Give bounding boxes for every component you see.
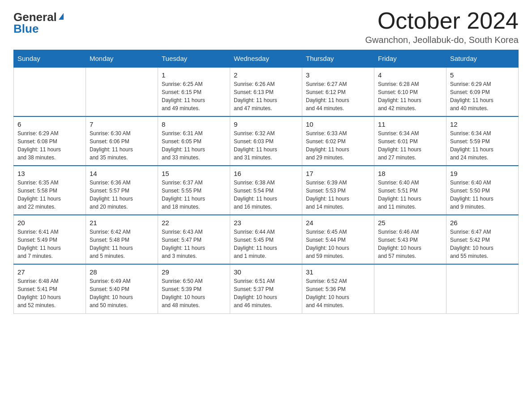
calendar-cell	[14, 67, 86, 116]
calendar-cell: 19Sunrise: 6:40 AM Sunset: 5:50 PM Dayli…	[446, 166, 519, 215]
day-number: 26	[450, 219, 515, 227]
calendar-cell: 16Sunrise: 6:38 AM Sunset: 5:54 PM Dayli…	[230, 166, 302, 215]
day-info: Sunrise: 6:42 AM Sunset: 5:48 PM Dayligh…	[90, 228, 154, 260]
calendar-cell: 3Sunrise: 6:27 AM Sunset: 6:12 PM Daylig…	[302, 67, 374, 116]
day-info: Sunrise: 6:36 AM Sunset: 5:57 PM Dayligh…	[90, 179, 154, 211]
calendar-cell: 4Sunrise: 6:28 AM Sunset: 6:10 PM Daylig…	[374, 67, 446, 116]
calendar-cell: 8Sunrise: 6:31 AM Sunset: 6:05 PM Daylig…	[158, 116, 230, 166]
day-info: Sunrise: 6:49 AM Sunset: 5:40 PM Dayligh…	[90, 277, 154, 309]
day-number: 4	[378, 71, 442, 79]
day-number: 12	[450, 120, 515, 128]
day-info: Sunrise: 6:43 AM Sunset: 5:47 PM Dayligh…	[162, 228, 226, 260]
column-header-saturday: Saturday	[446, 50, 519, 68]
calendar-cell: 14Sunrise: 6:36 AM Sunset: 5:57 PM Dayli…	[86, 166, 158, 215]
day-info: Sunrise: 6:26 AM Sunset: 6:13 PM Dayligh…	[234, 80, 298, 112]
calendar-cell: 27Sunrise: 6:48 AM Sunset: 5:41 PM Dayli…	[14, 264, 86, 313]
calendar-cell: 28Sunrise: 6:49 AM Sunset: 5:40 PM Dayli…	[86, 264, 158, 313]
day-number: 25	[378, 219, 442, 227]
logo-triangle-icon	[59, 13, 64, 20]
column-header-wednesday: Wednesday	[230, 50, 302, 68]
calendar-cell: 24Sunrise: 6:45 AM Sunset: 5:44 PM Dayli…	[302, 215, 374, 264]
day-info: Sunrise: 6:33 AM Sunset: 6:02 PM Dayligh…	[306, 129, 370, 162]
calendar-week-row: 27Sunrise: 6:48 AM Sunset: 5:41 PM Dayli…	[14, 264, 519, 313]
calendar-cell: 15Sunrise: 6:37 AM Sunset: 5:55 PM Dayli…	[158, 166, 230, 215]
day-info: Sunrise: 6:32 AM Sunset: 6:03 PM Dayligh…	[234, 129, 298, 162]
day-number: 31	[306, 268, 370, 276]
calendar-header-row: SundayMondayTuesdayWednesdayThursdayFrid…	[14, 50, 519, 68]
day-info: Sunrise: 6:27 AM Sunset: 6:12 PM Dayligh…	[306, 80, 370, 112]
day-info: Sunrise: 6:35 AM Sunset: 5:58 PM Dayligh…	[17, 179, 82, 211]
day-info: Sunrise: 6:48 AM Sunset: 5:41 PM Dayligh…	[17, 277, 82, 309]
day-number: 20	[17, 219, 82, 227]
calendar-week-row: 20Sunrise: 6:41 AM Sunset: 5:49 PM Dayli…	[14, 215, 519, 264]
day-info: Sunrise: 6:40 AM Sunset: 5:50 PM Dayligh…	[450, 179, 515, 211]
day-info: Sunrise: 6:40 AM Sunset: 5:51 PM Dayligh…	[378, 179, 442, 211]
calendar-table: SundayMondayTuesdayWednesdayThursdayFrid…	[13, 50, 519, 314]
day-info: Sunrise: 6:25 AM Sunset: 6:15 PM Dayligh…	[162, 80, 226, 112]
day-number: 7	[90, 120, 154, 128]
calendar-cell: 7Sunrise: 6:30 AM Sunset: 6:06 PM Daylig…	[86, 116, 158, 166]
column-header-sunday: Sunday	[14, 50, 86, 68]
day-number: 30	[234, 268, 298, 276]
location-text: Gwanchon, Jeollabuk-do, South Korea	[365, 35, 519, 45]
calendar-cell	[86, 67, 158, 116]
calendar-cell: 6Sunrise: 6:29 AM Sunset: 6:08 PM Daylig…	[14, 116, 86, 166]
day-number: 23	[234, 219, 298, 227]
calendar-cell	[446, 264, 519, 313]
calendar-cell: 9Sunrise: 6:32 AM Sunset: 6:03 PM Daylig…	[230, 116, 302, 166]
calendar-cell	[374, 264, 446, 313]
calendar-week-row: 1Sunrise: 6:25 AM Sunset: 6:15 PM Daylig…	[14, 67, 519, 116]
day-info: Sunrise: 6:31 AM Sunset: 6:05 PM Dayligh…	[162, 129, 226, 162]
calendar-cell: 31Sunrise: 6:52 AM Sunset: 5:36 PM Dayli…	[302, 264, 374, 313]
column-header-monday: Monday	[86, 50, 158, 68]
day-number: 27	[17, 268, 82, 276]
calendar-cell: 29Sunrise: 6:50 AM Sunset: 5:39 PM Dayli…	[158, 264, 230, 313]
day-number: 29	[162, 268, 226, 276]
day-number: 11	[378, 120, 442, 128]
day-number: 3	[306, 71, 370, 79]
day-number: 28	[90, 268, 154, 276]
day-info: Sunrise: 6:47 AM Sunset: 5:42 PM Dayligh…	[450, 228, 515, 260]
calendar-cell: 26Sunrise: 6:47 AM Sunset: 5:42 PM Dayli…	[446, 215, 519, 264]
column-header-thursday: Thursday	[302, 50, 374, 68]
day-info: Sunrise: 6:51 AM Sunset: 5:37 PM Dayligh…	[234, 277, 298, 309]
calendar-cell: 12Sunrise: 6:34 AM Sunset: 5:59 PM Dayli…	[446, 116, 519, 166]
day-info: Sunrise: 6:50 AM Sunset: 5:39 PM Dayligh…	[162, 277, 226, 309]
day-number: 14	[90, 170, 154, 177]
day-number: 24	[306, 219, 370, 227]
calendar-cell: 20Sunrise: 6:41 AM Sunset: 5:49 PM Dayli…	[14, 215, 86, 264]
day-info: Sunrise: 6:45 AM Sunset: 5:44 PM Dayligh…	[306, 228, 370, 260]
month-title: October 2024	[365, 9, 519, 32]
calendar-cell: 10Sunrise: 6:33 AM Sunset: 6:02 PM Dayli…	[302, 116, 374, 166]
title-block: October 2024 Gwanchon, Jeollabuk-do, Sou…	[365, 9, 519, 45]
day-info: Sunrise: 6:29 AM Sunset: 6:09 PM Dayligh…	[450, 80, 515, 112]
day-number: 8	[162, 120, 226, 128]
logo-blue-text: Blue	[13, 23, 39, 34]
calendar-cell: 17Sunrise: 6:39 AM Sunset: 5:53 PM Dayli…	[302, 166, 374, 215]
calendar-cell: 23Sunrise: 6:44 AM Sunset: 5:45 PM Dayli…	[230, 215, 302, 264]
day-number: 19	[450, 170, 515, 177]
day-number: 6	[17, 120, 82, 128]
day-number: 9	[234, 120, 298, 128]
day-number: 17	[306, 170, 370, 177]
day-info: Sunrise: 6:41 AM Sunset: 5:49 PM Dayligh…	[17, 228, 82, 260]
logo: General Blue	[13, 9, 64, 34]
day-number: 2	[234, 71, 298, 79]
day-number: 16	[234, 170, 298, 177]
page-header: General Blue October 2024 Gwanchon, Jeol…	[13, 9, 519, 45]
calendar-cell: 13Sunrise: 6:35 AM Sunset: 5:58 PM Dayli…	[14, 166, 86, 215]
day-info: Sunrise: 6:46 AM Sunset: 5:43 PM Dayligh…	[378, 228, 442, 260]
calendar-cell: 18Sunrise: 6:40 AM Sunset: 5:51 PM Dayli…	[374, 166, 446, 215]
calendar-cell: 1Sunrise: 6:25 AM Sunset: 6:15 PM Daylig…	[158, 67, 230, 116]
logo-general-text: General	[13, 11, 57, 23]
day-number: 21	[90, 219, 154, 227]
day-number: 5	[450, 71, 515, 79]
day-info: Sunrise: 6:38 AM Sunset: 5:54 PM Dayligh…	[234, 179, 298, 211]
column-header-friday: Friday	[374, 50, 446, 68]
day-info: Sunrise: 6:52 AM Sunset: 5:36 PM Dayligh…	[306, 277, 370, 309]
day-number: 10	[306, 120, 370, 128]
day-info: Sunrise: 6:28 AM Sunset: 6:10 PM Dayligh…	[378, 80, 442, 112]
day-info: Sunrise: 6:44 AM Sunset: 5:45 PM Dayligh…	[234, 228, 298, 260]
calendar-week-row: 6Sunrise: 6:29 AM Sunset: 6:08 PM Daylig…	[14, 116, 519, 166]
day-number: 15	[162, 170, 226, 177]
